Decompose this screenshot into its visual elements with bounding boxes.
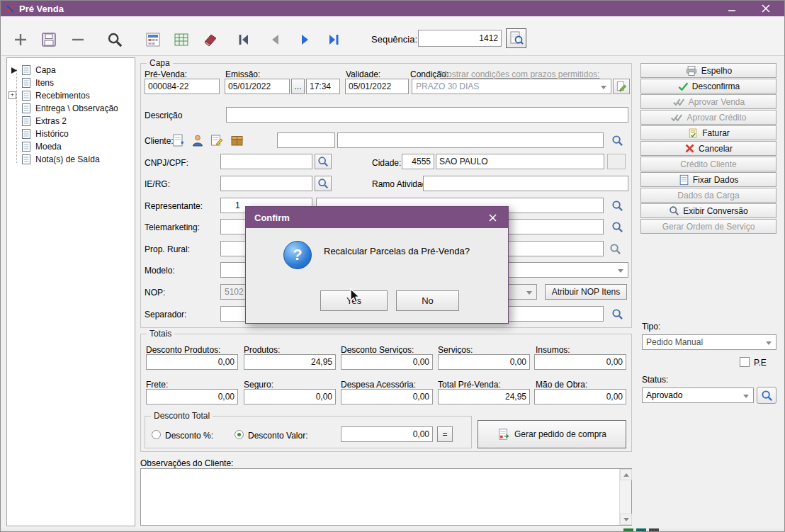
status-select[interactable]: Aprovado [642,387,754,403]
sequence-input[interactable] [418,30,502,47]
desconto-produtos-input[interactable] [146,354,238,370]
cliente-package-button[interactable] [228,132,245,148]
sidebar-item-notas-de-saida[interactable]: Nota(s) de Saída [7,153,135,166]
despesa-acessoria-label: Despesa Acessória: [341,380,416,390]
dados-da-carga-button[interactable]: Dados da Carga [640,188,776,203]
sidebar-tree: Capa Itens + Recebimentos Entrega \ Obse… [6,57,135,526]
aprovar-venda-button[interactable]: Aprovar Venda [640,94,776,109]
credito-cliente-button[interactable]: Crédito Cliente [640,157,776,171]
desconto-valor-input[interactable] [341,426,433,442]
sidebar-item-itens[interactable]: Itens [7,77,135,89]
separador-search-button[interactable] [609,306,626,322]
desconto-percent-radio[interactable] [152,430,161,439]
faturar-button[interactable]: Faturar [640,125,776,140]
nav-next-button[interactable] [295,30,315,50]
equals-button[interactable]: = [437,426,453,442]
scroll-down-button[interactable] [620,514,632,525]
status-search-button[interactable] [757,387,776,404]
ramo-atividade-input[interactable] [423,176,628,191]
pre-venda-input[interactable] [145,79,220,94]
espelho-button[interactable]: Espelho [640,63,776,78]
emissao-more-button[interactable]: ... [291,79,305,94]
desconto-valor-radio[interactable] [235,430,244,439]
person-icon [191,133,205,147]
nav-first-button[interactable] [234,30,254,50]
gerar-pedido-compra-button[interactable]: Gerar pedido de compra [478,420,626,448]
cidade-name-input[interactable] [436,154,604,169]
expand-plus-icon[interactable]: + [9,91,16,99]
aprovar-credito-button[interactable]: Aprovar Crédito [640,110,776,125]
emissao-date-input[interactable] [225,79,290,94]
cnpj-cpf-input[interactable] [220,154,312,169]
frete-input[interactable] [146,389,238,404]
search-icon [669,205,679,216]
add-button[interactable] [11,30,30,50]
prop-rural-search-button[interactable] [606,241,623,256]
servicos-input[interactable] [438,354,530,370]
sidebar-item-historico[interactable]: Histórico [7,128,135,140]
sidebar-item-entrega-observacao[interactable]: Entrega \ Observação [7,102,135,115]
condicao-select[interactable]: PRAZO 30 DIAS [412,79,611,94]
sidebar-item-recebimentos[interactable]: + Recebimentos [7,89,135,102]
cliente-contact-button[interactable] [190,132,205,148]
ie-rg-input[interactable] [220,176,312,191]
nav-last-button[interactable] [323,30,344,50]
sidebar-item-moeda[interactable]: Moeda [7,140,135,153]
nop-label: NOP: [145,288,165,298]
observacoes-scrollbar[interactable] [619,469,631,525]
representante-search-button[interactable] [609,198,626,213]
cliente-properties-button[interactable] [209,132,225,148]
produtos-input[interactable] [244,354,336,370]
grid-button[interactable] [171,30,191,50]
confirm-dialog-titlebar[interactable]: Confirm [246,207,508,228]
calculator-button[interactable] [143,30,163,50]
desconfirma-button[interactable]: Desconfirma [640,79,776,94]
mao-de-obra-input[interactable] [534,389,626,404]
minimize-button[interactable] [716,1,747,16]
despesa-acessoria-input[interactable] [341,389,433,404]
dialog-close-button[interactable] [484,210,501,225]
close-button[interactable] [750,1,781,16]
cliente-new-button[interactable] [171,132,186,148]
desconto-servicos-label: Desconto Serviços: [341,345,414,355]
cancelar-button[interactable]: Cancelar [640,141,776,156]
gerar-ordem-servico-button[interactable]: Gerar Ordem de Serviço [640,219,776,234]
cliente-name-input[interactable] [337,132,604,148]
no-button[interactable]: No [396,290,459,311]
telemarketing-search-button[interactable] [609,219,626,234]
condicao-edit-button[interactable] [613,79,630,94]
fixar-dados-button[interactable]: Fixar Dados [640,172,776,187]
eraser-button[interactable] [200,30,220,50]
atribuir-nop-itens-button[interactable]: Atribuir NOP Itens [545,284,627,300]
cliente-code-input[interactable] [277,132,335,148]
observacoes-textarea[interactable] [140,468,632,526]
condicao-link[interactable]: Mostrar condições com prazos permitidos: [440,69,599,79]
invoice-icon [687,128,699,139]
ie-rg-search-button[interactable] [315,176,332,191]
sequence-search-button[interactable] [506,28,526,48]
cidade-extra-button[interactable] [607,154,626,169]
save-button[interactable] [38,30,60,50]
seguro-input[interactable] [244,389,336,404]
insumos-input[interactable] [534,354,626,370]
desconto-servicos-input[interactable] [341,354,433,370]
total-pre-venda-input[interactable] [438,389,530,404]
descricao-input[interactable] [226,107,628,123]
nav-prev-button[interactable] [265,30,285,50]
sidebar-item-capa[interactable]: Capa [7,64,135,77]
cidade-code-input[interactable] [402,154,434,169]
search-button[interactable] [105,30,125,50]
tipo-select[interactable]: Pedido Manual [642,334,776,350]
remove-button[interactable] [68,30,88,50]
pe-checkbox[interactable] [740,357,750,367]
exibir-conversao-button[interactable]: Exibir Conversão [640,203,776,218]
validade-input[interactable] [345,79,409,94]
sidebar-item-extras-2[interactable]: Extras 2 [7,115,135,128]
taskbar-icon [623,528,633,532]
emissao-time-input[interactable] [306,79,340,94]
cliente-search-button[interactable] [609,132,626,148]
confirm-dialog-message: Recalcular Parcelas da Pré-Venda? [324,246,470,256]
scroll-up-button[interactable] [620,469,632,480]
cnpj-search-button[interactable] [315,154,332,169]
window-titlebar[interactable]: Pré Venda [1,1,784,16]
